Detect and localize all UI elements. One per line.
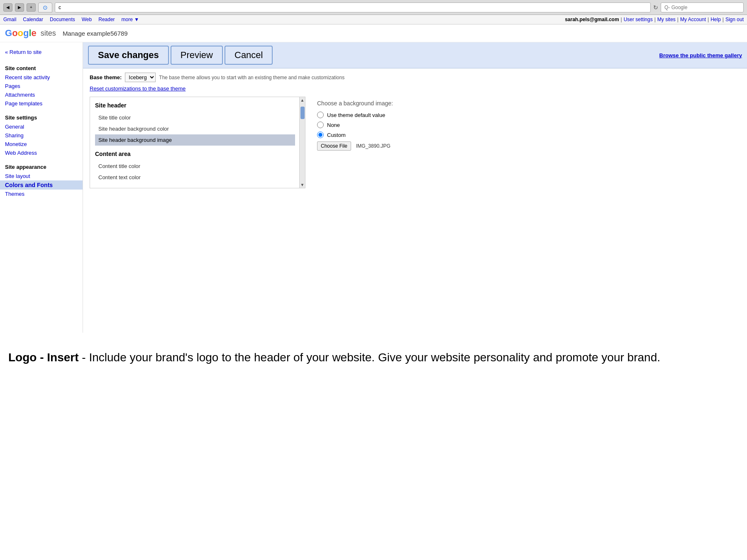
theme-settings: Base theme: Iceberg The base theme allow… — [83, 68, 747, 192]
theme-right-col: Choose a background image: Use theme def… — [314, 97, 740, 188]
logo-g2: g — [23, 28, 29, 39]
save-changes-button[interactable]: Save changes — [88, 46, 169, 65]
file-chooser-row: Choose File IMG_3890.JPG — [317, 141, 737, 151]
radio-label-default: Use theme default value — [327, 112, 385, 118]
browse-gallery-link[interactable]: Browse the public theme gallery — [659, 52, 742, 58]
my-sites-link[interactable]: My sites — [657, 17, 676, 22]
logo-g: G — [5, 28, 12, 39]
radio-label-custom: Custom — [327, 132, 346, 138]
user-settings-link[interactable]: User settings — [624, 17, 653, 22]
my-account-link[interactable]: My Account — [680, 17, 706, 22]
top-nav-right: sarah.pels@gmail.com | User settings | M… — [565, 17, 744, 22]
site-header-section-title: Site header — [95, 102, 295, 109]
theme-left-col: Site header Site title color Site header… — [90, 97, 305, 188]
scrollbar-thumb[interactable] — [300, 107, 305, 119]
nav-web[interactable]: Web — [82, 17, 92, 22]
radio-label-none: None — [327, 122, 340, 128]
sidebar-item-recent[interactable]: Recent site activity — [0, 73, 83, 82]
radio-input-custom[interactable] — [317, 131, 324, 138]
sites-header: Google sites Manage example56789 — [0, 24, 747, 42]
base-theme-label: Base theme: — [90, 74, 122, 80]
radio-input-none[interactable] — [317, 122, 324, 128]
sidebar-item-site-layout[interactable]: Site layout — [0, 172, 83, 180]
theme-item-header-bg-color[interactable]: Site header background color — [95, 123, 295, 134]
search-bar[interactable] — [661, 2, 744, 12]
browser-tab[interactable]: ⊙ — [38, 2, 52, 12]
return-to-site-link[interactable]: « Return to site — [0, 46, 83, 58]
logo-o2: o — [18, 28, 23, 39]
toolbar: Save changes Preview Cancel Browse the p… — [83, 42, 747, 68]
base-theme-select[interactable]: Iceberg — [125, 73, 156, 82]
nav-gmail[interactable]: Gmail — [3, 17, 16, 22]
theme-list: Site header Site title color Site header… — [90, 97, 305, 188]
theme-item-content-text-color[interactable]: Content text color — [95, 172, 295, 183]
site-settings-title: Site settings — [0, 111, 83, 122]
browser-chrome: ◀ ▶ + ⊙ ↻ — [0, 0, 747, 15]
manage-label: Manage example56789 — [63, 30, 128, 37]
theme-item-header-bg-image[interactable]: Site header background image — [95, 134, 295, 146]
user-email: sarah.pels@gmail.com — [565, 17, 619, 22]
sidebar: « Return to site Site content Recent sit… — [0, 42, 83, 333]
tab-icon: ⊙ — [43, 4, 48, 11]
scroll-down-arrow[interactable]: ▼ — [300, 182, 305, 188]
sidebar-item-attachments[interactable]: Attachments — [0, 90, 83, 99]
sidebar-item-general[interactable]: General — [0, 122, 83, 131]
sidebar-item-page-templates[interactable]: Page templates — [0, 99, 83, 108]
theme-two-col: Site header Site title color Site header… — [90, 97, 740, 188]
bottom-text: Logo - Insert - Include your brand's log… — [0, 333, 747, 374]
radio-none[interactable]: None — [317, 122, 737, 128]
base-theme-row: Base theme: Iceberg The base theme allow… — [90, 73, 740, 82]
logo-o1: o — [12, 28, 17, 39]
sidebar-item-web-address[interactable]: Web Address — [0, 149, 83, 157]
cancel-button[interactable]: Cancel — [225, 46, 273, 65]
base-theme-desc: The base theme allows you to start with … — [159, 75, 344, 80]
scrollbar-track[interactable]: ▲ ▼ — [299, 97, 305, 188]
logo-e: e — [32, 28, 37, 39]
reset-customizations-link[interactable]: Reset customizations to the base theme — [90, 85, 740, 92]
theme-item-content-title-color[interactable]: Content title color — [95, 161, 295, 172]
nav-calendar[interactable]: Calendar — [23, 17, 43, 22]
nav-reader[interactable]: Reader — [98, 17, 115, 22]
file-name-label: IMG_3890.JPG — [356, 143, 391, 149]
bg-image-title: Choose a background image: — [317, 100, 737, 107]
radio-use-default[interactable]: Use theme default value — [317, 112, 737, 118]
radio-custom[interactable]: Custom — [317, 131, 737, 138]
nav-documents[interactable]: Documents — [50, 17, 75, 22]
refresh-button[interactable]: ↻ — [653, 4, 658, 11]
nav-more[interactable]: more ▼ — [122, 17, 139, 22]
back-button[interactable]: ◀ — [3, 3, 12, 12]
sites-label: sites — [41, 29, 56, 38]
sidebar-item-monetize[interactable]: Monetize — [0, 140, 83, 149]
top-nav: Gmail Calendar Documents Web Reader more… — [0, 15, 747, 24]
main-layout: « Return to site Site content Recent sit… — [0, 42, 747, 333]
sidebar-item-pages[interactable]: Pages — [0, 82, 83, 90]
content-area-section-title: Content area — [95, 151, 295, 157]
theme-item-site-title-color[interactable]: Site title color — [95, 112, 295, 123]
forward-button[interactable]: ▶ — [15, 3, 24, 12]
scroll-up-arrow[interactable]: ▲ — [300, 97, 305, 103]
site-appearance-title: Site appearance — [0, 161, 83, 172]
sidebar-item-themes[interactable]: Themes — [0, 190, 83, 198]
google-logo: Google — [5, 28, 37, 39]
help-link[interactable]: Help — [710, 17, 721, 22]
bottom-text-bold: Logo - Insert — [8, 351, 79, 364]
choose-file-button[interactable]: Choose File — [317, 141, 351, 151]
preview-button[interactable]: Preview — [171, 46, 223, 65]
content-area: Save changes Preview Cancel Browse the p… — [83, 42, 747, 333]
radio-input-default[interactable] — [317, 112, 324, 118]
address-bar[interactable] — [55, 2, 651, 12]
bottom-text-regular: - Include your brand's logo to the heade… — [82, 351, 660, 364]
site-content-title: Site content — [0, 62, 83, 73]
sidebar-item-sharing[interactable]: Sharing — [0, 131, 83, 140]
sidebar-item-colors-fonts[interactable]: Colors and Fonts — [0, 180, 83, 190]
sign-out-link[interactable]: Sign out — [725, 17, 744, 22]
new-tab-button[interactable]: + — [27, 3, 36, 12]
